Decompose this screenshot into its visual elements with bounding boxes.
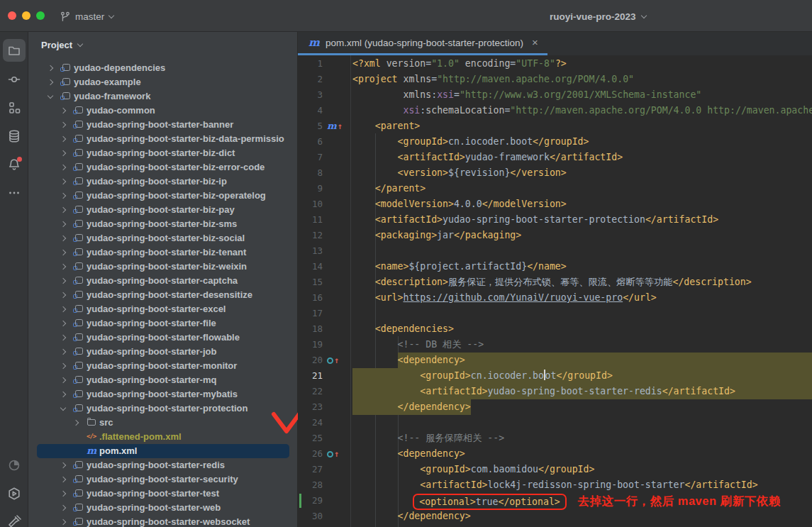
code-line[interactable]: 21 <groupId>cn.iocoder.boot</groupId>	[298, 368, 812, 384]
chevron-collapsed-icon[interactable]	[60, 193, 66, 199]
minimize-window-button[interactable]	[22, 11, 30, 20]
tree-item[interactable]: yudao-example	[28, 75, 297, 89]
git-branch-widget[interactable]: master	[60, 8, 113, 25]
tree-item[interactable]: yudao-spring-boot-starter-biz-pay	[28, 203, 297, 217]
tree-item[interactable]: yudao-spring-boot-starter-biz-operatelog	[28, 189, 297, 203]
chevron-collapsed-icon[interactable]	[60, 179, 66, 184]
code-line[interactable]: 7 <artifactId>yudao-framework</artifactI…	[298, 150, 812, 165]
code-line[interactable]: 25 <!-- 服务保障相关 -->	[298, 431, 812, 446]
dependency-gutter-icon[interactable]: ↑	[327, 354, 339, 367]
code-line[interactable]: 2<project xmlns="http://maven.apache.org…	[298, 72, 812, 87]
chevron-collapsed-icon[interactable]	[60, 363, 66, 369]
code-line[interactable]: 5m↑ <parent>	[298, 118, 812, 134]
project-panel-header[interactable]: Project	[41, 40, 82, 50]
chevron-collapsed-icon[interactable]	[48, 79, 53, 85]
tree-item[interactable]: yudao-spring-boot-starter-desensitize	[28, 288, 297, 302]
commit-tool-icon[interactable]	[3, 68, 26, 91]
project-switcher[interactable]: ruoyi-vue-pro-2023	[550, 8, 646, 25]
chevron-collapsed-icon[interactable]	[48, 65, 53, 71]
chevron-collapsed-icon[interactable]	[60, 278, 66, 284]
chevron-collapsed-icon[interactable]	[60, 292, 66, 298]
chevron-collapsed-icon[interactable]	[60, 165, 66, 170]
tree-item[interactable]: src	[28, 416, 297, 430]
chevron-collapsed-icon[interactable]	[60, 306, 66, 312]
code-line[interactable]: 30 </dependency>	[298, 509, 812, 524]
code-line[interactable]: 6 <groupId>cn.iocoder.boot</groupId>	[298, 134, 812, 150]
code-line[interactable]: 9 </parent>	[298, 181, 812, 196]
tree-item[interactable]: yudao-dependencies	[28, 61, 297, 75]
more-tools-icon[interactable]	[3, 182, 26, 204]
tree-item[interactable]: yudao-spring-boot-starter-biz-sms	[28, 217, 297, 231]
code-line[interactable]: 29 <optional>true</optional> 去掉这一行，然后 ma…	[298, 493, 812, 509]
code-line[interactable]: 1<?xml version="1.0" encoding="UTF-8"?>	[298, 56, 812, 72]
chevron-collapsed-icon[interactable]	[60, 235, 66, 241]
tree-item[interactable]: yudao-spring-boot-starter-job	[28, 345, 297, 359]
project-tool-icon[interactable]	[3, 39, 26, 62]
tree-item[interactable]: </>.flattened-pom.xml	[28, 430, 297, 444]
build-hammer-icon[interactable]	[3, 511, 26, 527]
tree-item[interactable]: yudao-spring-boot-starter-mybatis	[28, 387, 297, 401]
notifications-bell-icon[interactable]	[3, 153, 26, 176]
code-line[interactable]: 26↑ <dependency>	[298, 446, 812, 462]
chevron-collapsed-icon[interactable]	[60, 150, 66, 156]
close-tab-icon[interactable]: ×	[532, 36, 538, 48]
services-icon[interactable]	[3, 482, 26, 505]
code-line[interactable]: 3 xmlns:xsi="http://www.w3.org/2001/XMLS…	[298, 87, 812, 103]
chevron-collapsed-icon[interactable]	[60, 349, 66, 355]
tree-item[interactable]: yudao-framework	[28, 89, 297, 104]
tree-item[interactable]: yudao-spring-boot-starter-biz-error-code	[28, 160, 297, 174]
code-line[interactable]: 15 <description>服务保证，提供分布式锁、幂等、限流、熔断等等功能…	[298, 274, 812, 290]
code-line[interactable]: 12 <packaging>jar</packaging>	[298, 228, 812, 243]
chevron-collapsed-icon[interactable]	[73, 420, 79, 426]
tree-item[interactable]: yudao-spring-boot-starter-mq	[28, 373, 297, 387]
chevron-collapsed-icon[interactable]	[60, 519, 66, 525]
tree-item[interactable]: yudao-spring-boot-starter-biz-tenant	[28, 245, 297, 260]
code-line[interactable]: 24	[298, 415, 812, 431]
code-line[interactable]: 10 <modelVersion>4.0.0</modelVersion>	[298, 196, 812, 212]
code-line[interactable]: 11 <artifactId>yudao-spring-boot-starter…	[298, 212, 812, 228]
code-line[interactable]: 28 <artifactId>lock4j-redisson-spring-bo…	[298, 477, 812, 493]
code-line[interactable]: 14 <name>${project.artifactId}</name>	[298, 259, 812, 274]
chevron-collapsed-icon[interactable]	[60, 491, 66, 497]
code-line[interactable]: 4 xsi:schemaLocation="http://maven.apach…	[298, 103, 812, 118]
tree-item[interactable]: yudao-spring-boot-starter-protection	[28, 401, 297, 416]
tree-item[interactable]: yudao-spring-boot-starter-file	[28, 316, 297, 331]
code-line[interactable]: 13	[298, 243, 812, 259]
dependency-gutter-icon[interactable]: ↑	[327, 448, 339, 460]
tree-item[interactable]: yudao-spring-boot-starter-biz-ip	[28, 174, 297, 189]
code-editor-area[interactable]: 1<?xml version="1.0" encoding="UTF-8"?>2…	[298, 55, 812, 527]
code-line[interactable]: 19 <!-- DB 相关 -->	[298, 337, 812, 353]
code-line[interactable]: 27 <groupId>com.baomidou</groupId>	[298, 462, 812, 477]
code-line[interactable]: 18 <dependencies>	[298, 321, 812, 337]
code-line[interactable]: 16 <url>https://github.com/YunaiV/ruoyi-…	[298, 290, 812, 306]
chevron-collapsed-icon[interactable]	[60, 505, 66, 511]
code-line[interactable]: 23 </dependency>	[298, 399, 812, 415]
tree-item[interactable]: yudao-spring-boot-starter-biz-weixin	[28, 260, 297, 274]
tree-item[interactable]: yudao-spring-boot-starter-captcha	[28, 274, 297, 288]
chevron-collapsed-icon[interactable]	[60, 221, 66, 227]
code-line[interactable]: 20↑ <dependency>	[298, 353, 812, 368]
profiler-icon[interactable]	[3, 454, 26, 477]
chevron-collapsed-icon[interactable]	[60, 335, 66, 340]
code-line[interactable]: 8 <version>${revision}</version>	[298, 165, 812, 181]
chevron-collapsed-icon[interactable]	[60, 462, 66, 468]
tree-item[interactable]: yudao-spring-boot-starter-monitor	[28, 359, 297, 373]
chevron-collapsed-icon[interactable]	[60, 377, 66, 383]
zoom-window-button[interactable]	[36, 11, 45, 20]
chevron-expanded-icon[interactable]	[60, 405, 66, 411]
chevron-collapsed-icon[interactable]	[60, 392, 66, 397]
tree-item[interactable]: yudao-spring-boot-starter-biz-social	[28, 231, 297, 245]
tree-item[interactable]: yudao-common	[28, 104, 297, 118]
tree-item[interactable]: yudao-spring-boot-starter-test	[28, 487, 297, 501]
tree-item[interactable]: yudao-spring-boot-starter-websocket	[28, 515, 297, 527]
chevron-collapsed-icon[interactable]	[60, 321, 66, 326]
tab-pom-xml[interactable]: m pom.xml (yudao-spring-boot-starter-pro…	[298, 32, 547, 55]
chevron-collapsed-icon[interactable]	[60, 207, 66, 213]
tree-item[interactable]: yudao-spring-boot-starter-biz-data-permi…	[28, 132, 297, 146]
maven-refresh-gutter-icon[interactable]: m↑	[327, 120, 343, 133]
code-line[interactable]: 22 <artifactId>yudao-spring-boot-starter…	[298, 384, 812, 399]
tree-item[interactable]: yudao-spring-boot-starter-redis	[28, 458, 297, 472]
chevron-collapsed-icon[interactable]	[60, 477, 66, 482]
structure-tool-icon[interactable]	[3, 96, 26, 119]
tree-item[interactable]: yudao-spring-boot-starter-flowable	[28, 331, 297, 345]
